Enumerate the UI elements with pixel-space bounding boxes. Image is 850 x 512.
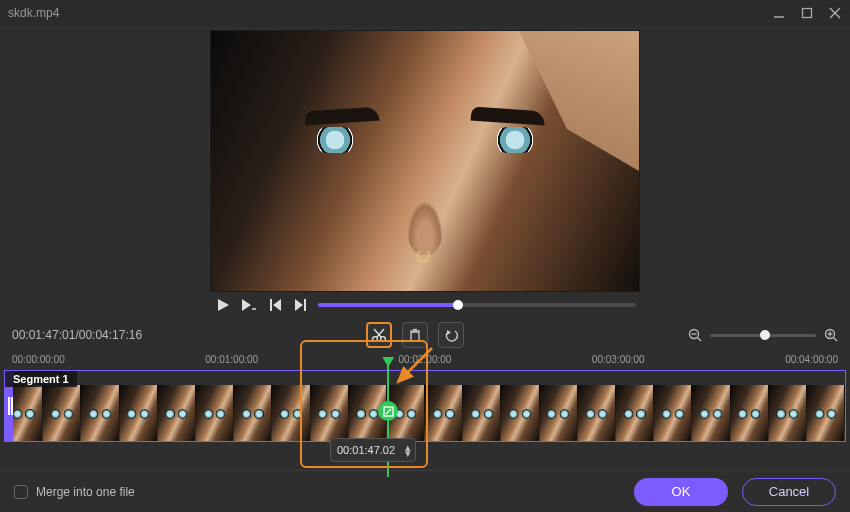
- frame-back-icon: [269, 299, 281, 311]
- merge-checkbox[interactable]: [14, 485, 28, 499]
- thumbnail: [158, 385, 196, 441]
- dialog-buttons: OK Cancel: [634, 478, 836, 506]
- trash-icon: [408, 328, 422, 342]
- thumbnail: [540, 385, 578, 441]
- thumbnail: [120, 385, 158, 441]
- time-stepper[interactable]: ▴ ▾: [405, 444, 411, 456]
- total-time: 00:04:17:16: [79, 328, 142, 342]
- timeline-ruler[interactable]: 00:00:00:00 00:01:00:00 00:02:00:00 00:0…: [0, 354, 850, 368]
- close-button[interactable]: [828, 6, 842, 20]
- thumbnail: [731, 385, 769, 441]
- cancel-button[interactable]: Cancel: [742, 478, 836, 506]
- timecode-display: 00:01:47:01/00:04:17:16: [12, 328, 142, 342]
- ruler-tick: 00:02:00:00: [399, 354, 452, 368]
- thumbnail: [769, 385, 807, 441]
- playhead-time-input[interactable]: 00:01:47.02 ▴ ▾: [330, 438, 416, 462]
- thumbnail: [463, 385, 501, 441]
- thumbnail: [81, 385, 119, 441]
- thumbnail: [272, 385, 310, 441]
- svg-line-20: [698, 338, 702, 342]
- current-time: 00:01:47:01: [12, 328, 75, 342]
- thumbnail: [43, 385, 81, 441]
- playhead-marker-button[interactable]: [378, 401, 398, 421]
- svg-rect-15: [411, 332, 419, 341]
- video-preview[interactable]: [210, 30, 640, 292]
- zoom-slider[interactable]: [710, 334, 816, 337]
- ruler-tick: 00:00:00:00: [12, 354, 65, 368]
- zoom-out-button[interactable]: [688, 328, 702, 342]
- svg-line-27: [386, 409, 391, 414]
- thumbnail: [692, 385, 730, 441]
- svg-line-23: [834, 338, 838, 342]
- thumbnail: [654, 385, 692, 441]
- thumbnail: [311, 385, 349, 441]
- window-buttons: [772, 6, 842, 20]
- ruler-tick: 00:03:00:00: [592, 354, 645, 368]
- edit-marker-icon: [383, 406, 394, 417]
- maximize-button[interactable]: [800, 6, 814, 20]
- play-icon: [217, 299, 229, 311]
- svg-marker-10: [295, 299, 303, 311]
- ruler-tick: 00:01:00:00: [205, 354, 258, 368]
- thumbnail: [616, 385, 654, 441]
- titlebar: skdk.mp4: [0, 0, 850, 26]
- progress-bar[interactable]: [318, 303, 636, 307]
- play-section-icon: [242, 299, 256, 311]
- zoom-in-button[interactable]: [824, 328, 838, 342]
- stepper-down-icon[interactable]: ▾: [405, 450, 411, 456]
- thumbnail-strip[interactable]: [5, 385, 845, 441]
- playback-controls: [210, 294, 640, 316]
- thumbnail: [425, 385, 463, 441]
- segment-label: Segment 1: [5, 371, 77, 387]
- scissors-icon: [371, 327, 387, 343]
- merge-label: Merge into one file: [36, 485, 135, 499]
- toolbar-row: 00:01:47:01/00:04:17:16: [0, 316, 850, 354]
- window-title: skdk.mp4: [8, 6, 59, 20]
- zoom-out-icon: [688, 328, 702, 342]
- ok-button[interactable]: OK: [634, 478, 728, 506]
- svg-marker-4: [218, 299, 229, 311]
- close-icon: [829, 7, 841, 19]
- svg-marker-8: [273, 299, 281, 311]
- progress-knob[interactable]: [453, 300, 463, 310]
- progress-fill: [318, 303, 458, 307]
- play-button[interactable]: [214, 296, 232, 314]
- thumbnail: [196, 385, 234, 441]
- cut-button[interactable]: [366, 322, 392, 348]
- undo-button[interactable]: [438, 322, 464, 348]
- minimize-icon: [773, 7, 785, 19]
- thumbnail: [807, 385, 845, 441]
- svg-marker-5: [242, 299, 251, 311]
- frame-forward-icon: [295, 299, 307, 311]
- timeline[interactable]: Segment 1: [4, 370, 846, 442]
- bottom-bar: Merge into one file OK Cancel: [0, 470, 850, 512]
- zoom-in-icon: [824, 328, 838, 342]
- play-section-button[interactable]: [240, 296, 258, 314]
- preview-content: [407, 201, 443, 255]
- undo-icon: [444, 328, 458, 342]
- frame-back-button[interactable]: [266, 296, 284, 314]
- preview-area: [0, 30, 850, 316]
- zoom-control: [688, 328, 838, 342]
- thumbnail: [501, 385, 539, 441]
- svg-marker-18: [447, 330, 451, 335]
- delete-button[interactable]: [402, 322, 428, 348]
- thumbnail: [234, 385, 272, 441]
- playhead-time-value: 00:01:47.02: [337, 444, 395, 456]
- maximize-icon: [801, 7, 813, 19]
- frame-forward-button[interactable]: [292, 296, 310, 314]
- zoom-knob[interactable]: [760, 330, 770, 340]
- preview-content: [471, 106, 546, 125]
- thumbnail: [578, 385, 616, 441]
- preview-content: [305, 106, 380, 125]
- ruler-tick: 00:04:00:00: [785, 354, 838, 368]
- preview-content: [417, 249, 431, 263]
- minimize-button[interactable]: [772, 6, 786, 20]
- svg-rect-1: [803, 9, 812, 18]
